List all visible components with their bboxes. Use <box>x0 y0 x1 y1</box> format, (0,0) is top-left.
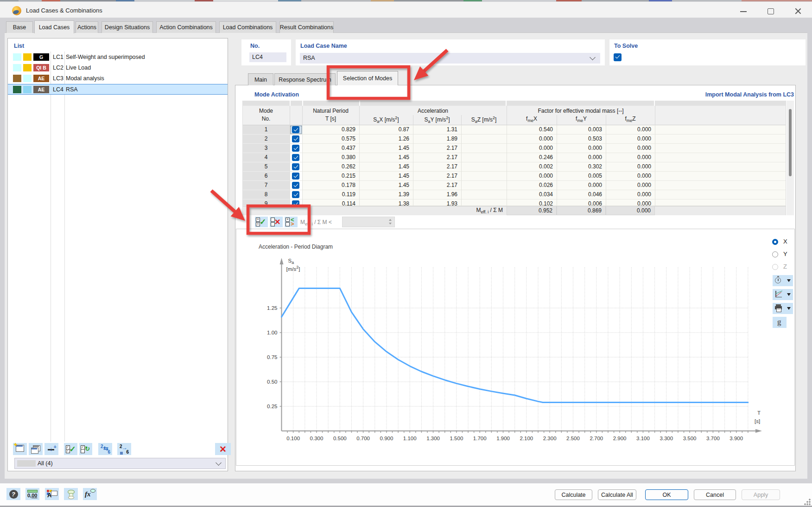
import-modal-analysis-link[interactable]: Import Modal Analysis from LC3 <box>663 91 794 98</box>
mode-checkbox-cell[interactable]: ✓ <box>290 144 302 153</box>
background-apps-strip <box>0 0 812 1</box>
ok-button[interactable]: OK <box>645 489 688 500</box>
mode-active-checkbox[interactable]: ✓ <box>292 182 299 189</box>
gravity-constant-icon: g <box>777 317 781 327</box>
time-settings-button[interactable] <box>773 275 793 286</box>
list-filter-dropdown[interactable]: All (4) <box>14 458 226 469</box>
to-solve-checkbox[interactable]: ✓ <box>614 53 622 61</box>
diagram-settings-icon <box>774 290 783 300</box>
toggle-check-button[interactable]: ✓↻ <box>79 443 92 455</box>
help-button[interactable]: ? <box>6 488 20 500</box>
mode-checkbox-cell[interactable]: ✓ <box>290 135 302 144</box>
mode-active-checkbox[interactable]: ✓ <box>292 173 299 180</box>
model-view-button[interactable] <box>64 488 78 500</box>
cell-fmez: 0.000 <box>606 135 655 144</box>
tab-base[interactable]: Base <box>6 21 33 33</box>
gravity-constant-button[interactable]: g <box>773 317 787 328</box>
table-grid-line <box>606 125 606 206</box>
decimal-places-button[interactable]: 0,00 <box>25 488 39 500</box>
renumber-single-button[interactable]: 2→6 <box>117 443 131 455</box>
diagram-settings-button[interactable] <box>773 289 793 300</box>
mode-active-checkbox[interactable]: ✓ <box>292 200 299 206</box>
table-group-strip <box>303 101 359 106</box>
select-all-modes-button[interactable]: ××✓ <box>255 217 268 227</box>
resize-grip[interactable] <box>804 499 811 505</box>
cancel-button[interactable]: Cancel <box>694 489 736 500</box>
calculate-all-button[interactable]: Calculate All <box>598 489 636 500</box>
print-button[interactable] <box>773 303 793 314</box>
calculate-button[interactable]: Calculate <box>555 489 592 500</box>
cell-natural-period: 0.829 <box>302 125 359 135</box>
mode-active-checkbox[interactable]: ✓ <box>292 154 299 161</box>
header-separator <box>302 106 303 125</box>
header-separator <box>655 106 655 125</box>
mode-active-checkbox[interactable]: ✓ <box>292 191 299 198</box>
tab-result-combinations[interactable]: Result Combinations <box>279 21 334 33</box>
cell-saz <box>461 181 507 190</box>
window-title: Load Cases & Combinations <box>26 7 102 14</box>
y-axis-arrow <box>280 258 284 264</box>
tab-load-cases[interactable]: Load Cases <box>34 20 74 33</box>
load-case-row-lc4[interactable]: AELC4RSA <box>8 84 228 95</box>
load-case-name-dropdown[interactable]: RSA <box>300 53 600 64</box>
formula-button[interactable]: fx <box>83 488 97 500</box>
maximize-button[interactable] <box>768 8 774 14</box>
mode-checkbox-cell[interactable]: ✓ <box>290 162 302 172</box>
add-import-button[interactable]: ↓+ <box>44 443 58 455</box>
renumber-button[interactable]: 2⇆6 <box>98 443 112 455</box>
tab-design-situations[interactable]: Design Situations <box>102 21 153 33</box>
axis-radio-x[interactable] <box>772 239 778 245</box>
mode-active-checkbox[interactable]: ✓ <box>292 135 299 142</box>
x-axis-arrow <box>755 429 762 433</box>
dropdown-caret-icon <box>787 307 791 310</box>
table-scrollbar-thumb[interactable] <box>789 109 792 176</box>
tab-actions[interactable]: Actions <box>76 21 98 33</box>
close-button[interactable] <box>795 8 801 14</box>
mode-checkbox-cell[interactable]: ✓ <box>290 181 302 190</box>
cell-say: 2.17 <box>413 144 461 153</box>
axis-radio-y[interactable] <box>772 251 778 257</box>
cell-natural-period: 0.437 <box>302 144 359 153</box>
subtab-response-spectrum[interactable]: Response Spectrum <box>274 73 336 85</box>
minimize-button[interactable] <box>740 11 747 12</box>
mode-checkbox-cell[interactable]: ✓ <box>290 172 302 181</box>
tab-load-combinations[interactable]: Load Combinations <box>219 21 276 33</box>
cell-saz <box>461 135 507 144</box>
mode-active-checkbox[interactable]: ✓ <box>292 163 299 170</box>
mode-checkbox-cell[interactable]: ✓ <box>290 125 302 135</box>
load-case-row-lc1[interactable]: GLC1Self-Weight and superimposed <box>8 52 228 63</box>
delete-button[interactable]: ✕ <box>215 443 231 455</box>
subtab-selection-of-modes[interactable]: Selection of Modes <box>337 71 398 85</box>
cell-filler <box>655 153 786 162</box>
mode-active-checkbox[interactable]: ✓ <box>292 145 299 152</box>
load-case-row-lc2[interactable]: QI BLC2Live Load <box>8 63 228 73</box>
select-by-criterion-button[interactable]: ×<> <box>285 217 298 227</box>
mode-number-cell: 3 <box>242 144 290 153</box>
copy-load-case-button[interactable] <box>29 443 43 455</box>
cell-fmex: 0.540 <box>507 125 557 135</box>
no-value: LC4 <box>252 54 263 60</box>
subtab-main[interactable]: Main <box>248 73 273 85</box>
check-all-button[interactable]: ✓✓✓ <box>64 443 77 455</box>
spinner-down-icon[interactable] <box>389 223 392 225</box>
to-solve-card: To Solve ✓ <box>609 39 806 65</box>
load-case-number: LC1 <box>53 54 63 60</box>
category-color-chip <box>13 75 21 82</box>
display-settings-button[interactable]: A <box>45 488 59 500</box>
mode-checkbox-cell[interactable]: ✓ <box>290 153 302 162</box>
axis-radio-z[interactable] <box>772 264 778 270</box>
mode-active-checkbox[interactable]: ✓ <box>292 126 299 133</box>
no-input[interactable]: LC4 <box>249 52 286 62</box>
new-load-case-button[interactable]: ✦ <box>13 443 27 455</box>
title-bar: Load Cases & Combinations <box>0 2 812 18</box>
meff-criterion-input[interactable] <box>342 217 395 227</box>
tab-action-combinations[interactable]: Action Combinations <box>156 21 216 33</box>
spinner-up-icon[interactable] <box>389 219 392 221</box>
chart-title: Acceleration - Period Diagram <box>259 244 333 250</box>
list-column-separator <box>64 51 65 442</box>
mode-checkbox-cell[interactable]: ✓ <box>290 199 302 206</box>
deselect-all-modes-button[interactable]: ✕ <box>270 217 283 227</box>
x-tick-label: 3.100 <box>636 436 650 441</box>
load-case-row-lc3[interactable]: AELC3Modal analysis <box>8 73 228 84</box>
mode-checkbox-cell[interactable]: ✓ <box>290 190 302 199</box>
